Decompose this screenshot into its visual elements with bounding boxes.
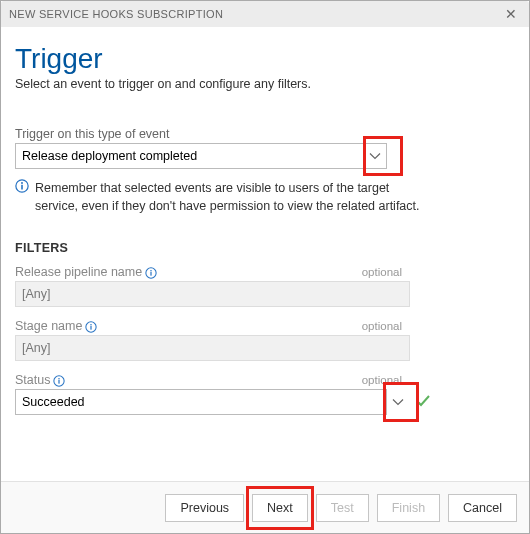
next-button[interactable]: Next (252, 494, 308, 522)
dialog-footer: Previous Next Test Finish Cancel (1, 481, 529, 533)
event-type-label: Trigger on this type of event (15, 127, 515, 141)
close-icon[interactable]: ✕ (501, 6, 521, 22)
check-icon (415, 393, 431, 413)
filter-status-label: Status (15, 373, 50, 387)
svg-rect-2 (21, 185, 23, 190)
filters-heading: FILTERS (15, 241, 515, 255)
finish-button: Finish (377, 494, 440, 522)
dialog-titlebar: NEW SERVICE HOOKS SUBSCRIPTION ✕ (1, 1, 529, 27)
help-icon[interactable] (85, 319, 97, 333)
svg-point-1 (21, 182, 23, 184)
info-icon (15, 179, 30, 215)
filter-pipeline-input (15, 281, 410, 307)
filter-stage-optional: optional (362, 320, 402, 332)
filter-stage-label: Stage name (15, 319, 82, 333)
svg-rect-5 (151, 272, 152, 276)
svg-point-7 (91, 324, 93, 326)
filter-pipeline: Release pipeline name optional (15, 265, 515, 307)
info-text: Remember that selected events are visibl… (35, 179, 430, 215)
svg-point-10 (59, 378, 61, 380)
test-button: Test (316, 494, 369, 522)
event-type-row: Release deployment completed (15, 143, 515, 169)
filter-pipeline-optional: optional (362, 266, 402, 278)
previous-button[interactable]: Previous (165, 494, 244, 522)
svg-rect-11 (59, 380, 60, 384)
svg-rect-8 (91, 326, 92, 330)
highlight-box-status (383, 382, 419, 422)
filter-status-select[interactable]: Succeeded (15, 389, 387, 415)
dialog-title: NEW SERVICE HOOKS SUBSCRIPTION (9, 8, 223, 20)
svg-point-4 (150, 270, 152, 272)
dialog-content: Trigger Select an event to trigger on an… (1, 27, 529, 415)
event-type-select[interactable]: Release deployment completed (15, 143, 387, 169)
filter-stage-input (15, 335, 410, 361)
filter-stage: Stage name optional (15, 319, 515, 361)
cancel-button[interactable]: Cancel (448, 494, 517, 522)
info-message: Remember that selected events are visibl… (15, 179, 430, 215)
help-icon[interactable] (53, 373, 65, 387)
page-subtitle: Select an event to trigger on and config… (15, 77, 515, 91)
help-icon[interactable] (145, 265, 157, 279)
filter-status-optional: optional (362, 374, 402, 386)
filter-status: Status optional Succeeded (15, 373, 515, 415)
page-title: Trigger (15, 43, 515, 75)
filter-status-row: Succeeded (15, 389, 515, 415)
chevron-down-icon (386, 389, 410, 415)
filter-pipeline-label: Release pipeline name (15, 265, 142, 279)
